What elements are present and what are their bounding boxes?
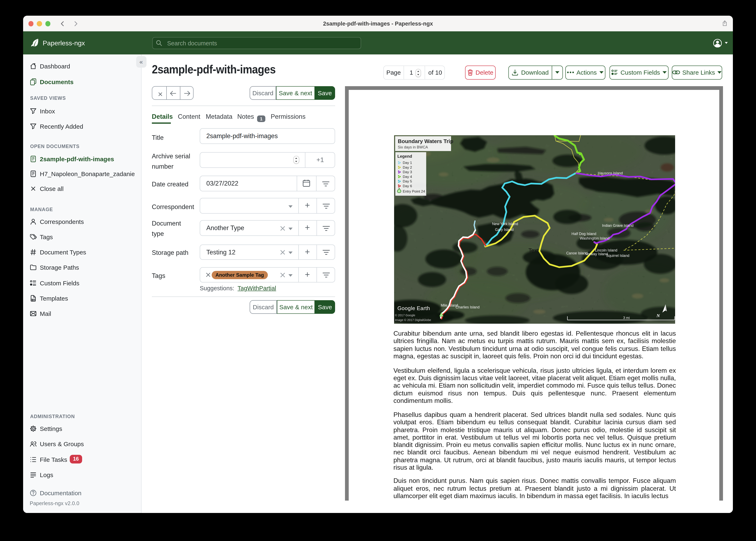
svg-text:Lincoln Island: Lincoln Island xyxy=(595,248,617,253)
svg-text:Day 6: Day 6 xyxy=(403,184,412,188)
svg-text:Legend: Legend xyxy=(397,154,412,159)
svg-text:Day 1: Day 1 xyxy=(403,161,412,165)
svg-text:Text: Text xyxy=(528,248,539,254)
svg-text:Day 2: Day 2 xyxy=(403,165,412,169)
svg-text:Six days in BWCA: Six days in BWCA xyxy=(398,145,428,149)
svg-text:Charlies Island: Charlies Island xyxy=(456,305,480,309)
svg-text:Boundary Waters Trip: Boundary Waters Trip xyxy=(398,138,453,144)
svg-text:Day 5: Day 5 xyxy=(403,179,412,183)
svg-text:3 mi: 3 mi xyxy=(623,316,630,320)
svg-text:Washington Island: Washington Island xyxy=(580,236,610,241)
svg-text:Entry Point 24: Entry Point 24 xyxy=(403,189,425,193)
svg-text:Squirrel Island: Squirrel Island xyxy=(606,254,629,258)
svg-text:Hausons Island: Hausons Island xyxy=(598,171,623,175)
svg-text:N: N xyxy=(656,313,660,318)
svg-text:Canoe Island: Canoe Island xyxy=(566,251,588,255)
svg-text:Norway Island: Norway Island xyxy=(585,252,608,256)
svg-text:Day 3: Day 3 xyxy=(403,170,412,174)
svg-text:Half Dog Island: Half Dog Island xyxy=(572,232,596,236)
svg-text:Indian Grave Island: Indian Grave Island xyxy=(602,224,634,228)
svg-text:New York Island: New York Island xyxy=(492,222,518,226)
svg-text:Gary Island: Gary Island xyxy=(495,228,514,232)
svg-text:Image © 2017 DigitalGlobe: Image © 2017 DigitalGlobe xyxy=(395,318,431,321)
svg-text:Day 4: Day 4 xyxy=(403,175,412,179)
svg-text:Google Earth: Google Earth xyxy=(397,305,430,311)
svg-text:© 2017 Google: © 2017 Google xyxy=(395,313,415,317)
